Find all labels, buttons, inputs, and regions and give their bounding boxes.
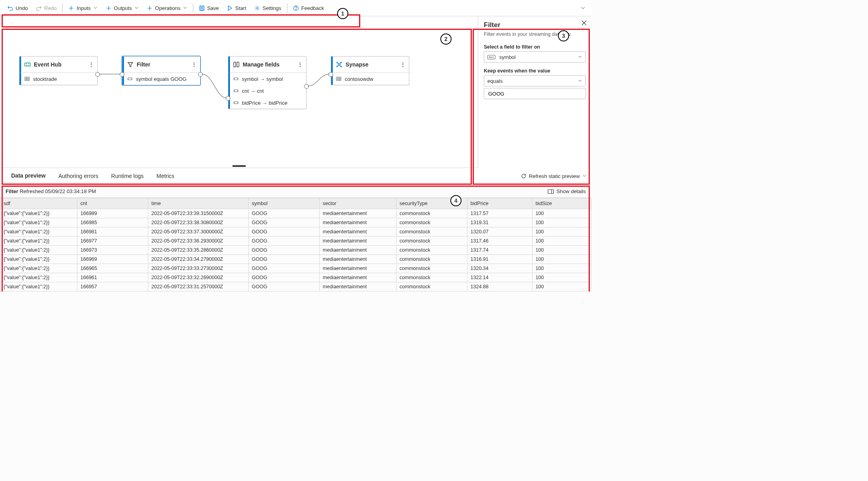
show-details-button[interactable]: Show details <box>548 188 586 194</box>
start-button[interactable]: Start <box>223 1 250 15</box>
table-cell: 100 <box>532 255 591 264</box>
tab-label: Metrics <box>156 173 174 179</box>
table-cell: GOOG <box>248 218 319 227</box>
filter-value-text[interactable] <box>487 90 582 97</box>
table-cell: {"value":{"value1":2}} <box>0 246 77 255</box>
table-cell: 1316.91 <box>467 255 532 264</box>
table-cell: 2022-05-09T22:33:32.2690000Z <box>148 273 248 282</box>
chevron-down-icon <box>582 173 587 179</box>
show-details-label: Show details <box>556 188 586 194</box>
data-preview-grid[interactable]: sdfcnttimesymbolsectorsecurityTypebidPri… <box>0 197 591 291</box>
column-header[interactable]: bidSize <box>532 198 591 209</box>
chevron-down-icon <box>580 6 586 10</box>
inputs-label: Inputs <box>77 5 90 11</box>
svg-rect-0 <box>200 6 204 10</box>
redo-button[interactable]: Redo <box>32 1 61 15</box>
table-cell: 2022-05-09T22:33:37.3000000Z <box>148 227 248 237</box>
save-icon <box>199 5 205 11</box>
tab-metrics[interactable]: Metrics <box>150 168 181 184</box>
details-icon <box>548 189 554 194</box>
table-row[interactable]: {"value":{"value1":2}}1669732022-05-09T2… <box>0 246 591 255</box>
tab-data-preview[interactable]: Data preview <box>5 168 52 185</box>
column-header[interactable]: cnt <box>77 198 148 209</box>
table-cell: 100 <box>532 282 591 291</box>
table-cell: 1322.14 <box>467 273 532 282</box>
column-header[interactable]: sector <box>319 198 396 209</box>
save-button[interactable]: Save <box>195 1 223 15</box>
start-label: Start <box>235 5 246 11</box>
node-event-hub[interactable]: Event Hub ⋮ stocktrade <box>19 56 98 85</box>
table-cell: {"value":{"value1":2}} <box>0 209 77 218</box>
operations-button[interactable]: Operations <box>143 1 191 15</box>
chevron-down-icon <box>578 78 582 84</box>
kebab-icon[interactable]: ⋮ <box>88 61 94 68</box>
column-header[interactable]: bidPrice <box>467 198 532 209</box>
toolbar: Undo Redo Inputs Outputs Operations Save <box>0 0 591 16</box>
undo-button[interactable]: Undo <box>3 1 32 15</box>
resize-handle[interactable] <box>232 165 246 167</box>
condition-select[interactable]: equals <box>484 75 586 86</box>
table-cell: commonstock <box>396 273 467 282</box>
table-cell: {"value":{"value1":2}} <box>0 282 77 291</box>
field-select-value: symbol <box>499 54 516 60</box>
table-cell: 1317.46 <box>467 237 532 246</box>
column-header[interactable]: symbol <box>248 198 319 209</box>
table-row[interactable]: {"value":{"value1":2}}1669572022-05-09T2… <box>0 282 591 291</box>
tab-runtime-logs[interactable]: Runtime logs <box>105 168 150 184</box>
table-cell: mediaentertainment <box>319 282 396 291</box>
inputs-button[interactable]: Inputs <box>64 1 101 15</box>
column-header[interactable]: time <box>148 198 248 209</box>
toolbar-chevron[interactable] <box>580 6 588 10</box>
table-row[interactable]: {"value":{"value1":2}}1669812022-05-09T2… <box>0 227 591 237</box>
tab-authoring-errors[interactable]: Authoring errors <box>52 168 104 184</box>
event-hub-icon <box>24 61 31 68</box>
feedback-button[interactable]: Feedback <box>289 1 328 15</box>
table-cell: commonstock <box>396 209 467 218</box>
kebab-icon[interactable]: ⋮ <box>191 61 197 68</box>
table-row[interactable]: {"value":{"value1":2}}1669852022-05-09T2… <box>0 218 591 227</box>
svg-rect-5 <box>25 63 30 66</box>
connection-wire <box>308 72 348 96</box>
refresh-label: Refresh static preview <box>529 173 580 179</box>
table-row[interactable]: {"value":{"value1":2}}1669892022-05-09T2… <box>0 209 591 218</box>
table-cell: mediaentertainment <box>319 209 396 218</box>
plus-icon <box>68 5 74 11</box>
table-cell: 100 <box>532 218 591 227</box>
fields-icon <box>233 61 240 68</box>
table-cell: commonstock <box>396 237 467 246</box>
field-select[interactable]: Abcsymbol <box>484 51 586 63</box>
table-row[interactable]: {"value":{"value1":2}}1669692022-05-09T2… <box>0 255 591 264</box>
chevron-down-icon <box>93 5 98 11</box>
table-cell: 1319.31 <box>467 218 532 227</box>
filter-value-input[interactable] <box>484 88 586 99</box>
settings-button[interactable]: Settings <box>250 1 285 15</box>
save-label: Save <box>207 5 219 11</box>
condition-label: Keep events when the value <box>484 68 586 74</box>
column-header[interactable]: sdf <box>0 198 77 209</box>
diagram-canvas[interactable]: Event Hub ⋮ stocktrade Filter ⋮ sy <box>0 16 478 168</box>
table-row[interactable]: {"value":{"value1":2}}1669652022-05-09T2… <box>0 264 591 273</box>
kebab-icon[interactable]: ⋮ <box>400 61 406 68</box>
kebab-icon[interactable]: ⋮ <box>297 61 303 68</box>
tab-label: Data preview <box>11 172 45 179</box>
table-cell: GOOG <box>248 227 319 237</box>
plus-icon <box>106 5 112 11</box>
close-button[interactable] <box>581 20 587 27</box>
feedback-label: Feedback <box>301 5 324 11</box>
table-cell: commonstock <box>396 255 467 264</box>
table-cell: 166965 <box>77 264 148 273</box>
refresh-preview-button[interactable]: Refresh static preview <box>521 173 587 179</box>
abc-badge-icon: Abc <box>487 55 495 59</box>
filter-icon <box>127 61 134 68</box>
panel-description: Filter events in your streaming dataflow… <box>484 31 586 37</box>
table-cell: 2022-05-09T22:33:35.2860000Z <box>148 246 248 255</box>
column-header[interactable]: securityType <box>396 198 467 209</box>
table-cell: 166957 <box>77 282 148 291</box>
table-cell: 166969 <box>77 255 148 264</box>
outputs-button[interactable]: Outputs <box>102 1 143 15</box>
node-detail: contosowdw <box>345 76 373 82</box>
table-row[interactable]: {"value":{"value1":2}}1669772022-05-09T2… <box>0 237 591 246</box>
node-detail: symbol equals GOOG <box>136 76 187 82</box>
table-row[interactable]: {"value":{"value1":2}}1669612022-05-09T2… <box>0 273 591 282</box>
table-cell: {"value":{"value1":2}} <box>0 218 77 227</box>
